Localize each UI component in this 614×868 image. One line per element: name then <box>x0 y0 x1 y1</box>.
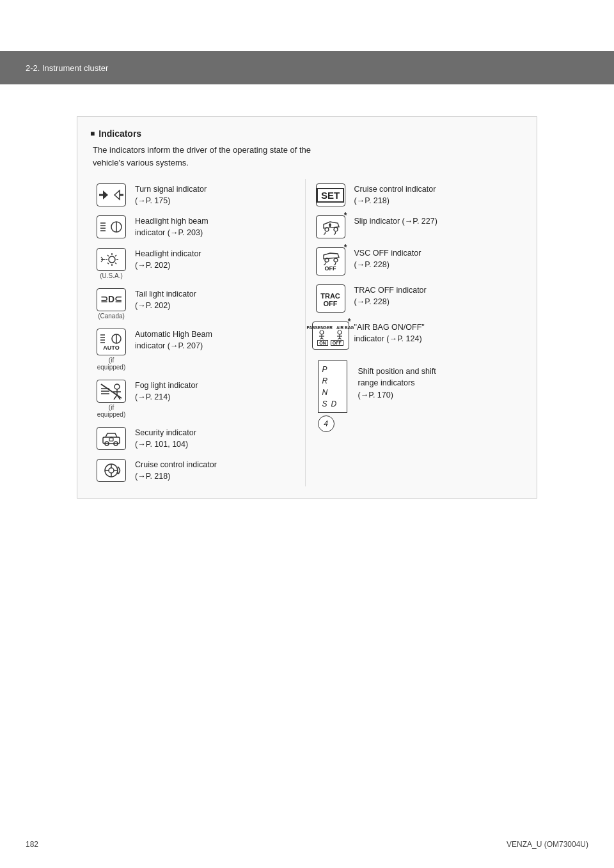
svg-line-15 <box>107 255 109 256</box>
svg-point-48 <box>334 228 338 231</box>
svg-line-55 <box>322 338 324 339</box>
svg-point-50 <box>334 258 338 262</box>
shift-letters-box: P R N SD <box>318 360 347 413</box>
svg-rect-1 <box>99 194 103 196</box>
cruise-left-icon <box>97 459 126 482</box>
svg-line-54 <box>320 338 322 339</box>
auto-high-beam-icon: AUTO <box>97 329 126 355</box>
headlight-icon <box>97 248 126 271</box>
turn-signal-icon <box>97 183 126 206</box>
indicators-box: Indicators The indicators inform the dri… <box>77 116 537 499</box>
page-number: 182 <box>26 840 38 849</box>
svg-point-41 <box>109 468 114 473</box>
security-text: Security indicator (→P. 101, 104) <box>135 427 301 450</box>
airbag-icon: * PASSENGERAIR BAG <box>312 322 349 350</box>
auto-high-beam-text: Automatic High Beam indicator (→P. 207) <box>135 329 301 352</box>
vsc-off-text: VSC OFF indicator (→P. 228) <box>354 247 521 270</box>
svg-line-59 <box>338 338 340 339</box>
indicator-slip: * <box>310 211 524 243</box>
vsc-off-icon: * OFF <box>316 247 345 275</box>
svg-text:⊇D⊆: ⊇D⊆ <box>100 294 122 304</box>
page-footer: 182 VENZA_U (OM73004U) <box>0 840 614 849</box>
svg-line-60 <box>340 338 342 339</box>
indicator-vsc-off: * OFF VSC OFF indicator <box>310 243 524 280</box>
shift-text: Shift position and shift range indicator… <box>358 360 521 400</box>
indicator-tail-light: ⊇D⊆ (Canada) Tail light indicator (→P. 2… <box>90 284 305 324</box>
airbag-text: "AIR BAG ON/OFF" indicator (→P. 124) <box>354 322 521 345</box>
svg-point-56 <box>338 330 342 334</box>
main-content: Indicators The indicators inform the dri… <box>0 84 614 524</box>
indicators-title: Indicators <box>90 128 524 139</box>
indicator-headlight-high-beam: Headlight high beam indicator (→P. 203) <box>90 211 305 243</box>
slip-text: Slip indicator (→P. 227) <box>354 215 521 227</box>
tail-light-text: Tail light indicator (→P. 202) <box>135 288 301 311</box>
header-bar: 2-2. Instrument cluster <box>0 51 614 84</box>
headlight-high-beam-icon <box>97 215 126 238</box>
svg-point-10 <box>109 256 115 263</box>
svg-marker-0 <box>103 190 108 199</box>
trac-off-text: TRAC OFF indicator (→P. 228) <box>354 284 521 307</box>
indicators-description: The indicators inform the driver of the … <box>90 144 524 169</box>
indicator-trac-off: TRAC OFF TRAC OFF indicator (→P. 228) <box>310 280 524 317</box>
indicator-security: Security indicator (→P. 101, 104) <box>90 422 305 454</box>
gear-number-icon: 4 <box>318 415 335 432</box>
indicator-airbag: * PASSENGERAIR BAG <box>310 317 524 354</box>
svg-point-27 <box>114 384 120 389</box>
indicator-fog-light: (if equipped) Fog light indicator (→P. 2… <box>90 375 305 422</box>
set-icon: SET <box>316 183 345 206</box>
svg-rect-3 <box>120 194 123 196</box>
svg-line-30 <box>114 395 117 399</box>
section-title: 2-2. Instrument cluster <box>26 63 108 73</box>
headlight-text: Headlight indicator (→P. 202) <box>135 248 301 271</box>
svg-marker-2 <box>114 190 120 199</box>
cruise-left-text: Cruise control indicator (→P. 218) <box>135 459 301 482</box>
svg-line-17 <box>115 255 116 256</box>
turn-signal-text: Turn signal indicator (→P. 175) <box>135 183 301 206</box>
slip-icon: * <box>316 215 345 238</box>
security-icon <box>97 427 126 450</box>
indicator-shift: P R N SD 4 Shift position and <box>310 354 524 437</box>
indicator-auto-high-beam: AUTO (if equipped) Automatic High Beam i… <box>90 324 305 375</box>
indicator-headlight: (U.S.A.) Headlight indicator (→P. 202) <box>90 244 305 284</box>
fog-light-icon <box>97 380 126 403</box>
svg-line-18 <box>107 263 109 264</box>
tail-light-icon: ⊇D⊆ <box>97 288 126 311</box>
svg-line-16 <box>115 263 116 264</box>
fog-light-text: Fog light indicator (→P. 214) <box>135 380 301 403</box>
indicator-set: SET Cruise control indicator (→P. 218) <box>310 179 524 211</box>
headlight-high-beam-text: Headlight high beam indicator (→P. 203) <box>135 215 301 238</box>
svg-rect-39 <box>109 438 113 441</box>
trac-off-icon: TRAC OFF <box>316 284 345 313</box>
indicator-turn-signal: Turn signal indicator (→P. 175) <box>90 179 305 211</box>
indicator-cruise-left: Cruise control indicator (→P. 218) <box>90 454 305 486</box>
footer-model: VENZA_U (OM73004U) <box>507 840 588 849</box>
svg-point-51 <box>320 330 324 334</box>
set-text: Cruise control indicator (→P. 218) <box>354 183 521 206</box>
